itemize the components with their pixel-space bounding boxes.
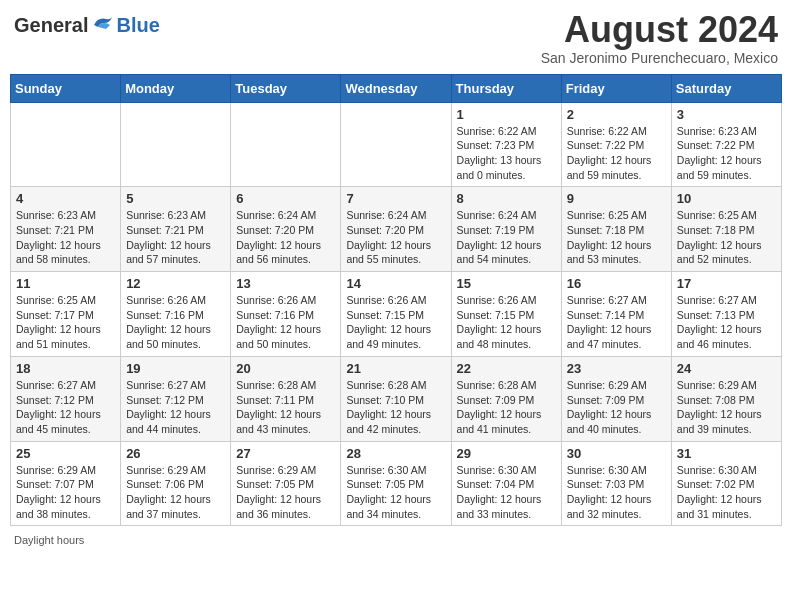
day-number: 16 xyxy=(567,276,666,291)
calendar-day-30: 30Sunrise: 6:30 AMSunset: 7:03 PMDayligh… xyxy=(561,441,671,526)
day-info: Sunrise: 6:30 AMSunset: 7:03 PMDaylight:… xyxy=(567,463,666,522)
day-info: Sunrise: 6:25 AMSunset: 7:18 PMDaylight:… xyxy=(567,208,666,267)
calendar-day-25: 25Sunrise: 6:29 AMSunset: 7:07 PMDayligh… xyxy=(11,441,121,526)
day-info: Sunrise: 6:28 AMSunset: 7:09 PMDaylight:… xyxy=(457,378,556,437)
calendar-day-2: 2Sunrise: 6:22 AMSunset: 7:22 PMDaylight… xyxy=(561,102,671,187)
day-number: 17 xyxy=(677,276,776,291)
month-year-title: August 2024 xyxy=(541,10,778,50)
day-number: 10 xyxy=(677,191,776,206)
day-info: Sunrise: 6:23 AMSunset: 7:21 PMDaylight:… xyxy=(16,208,115,267)
calendar-header-thursday: Thursday xyxy=(451,74,561,102)
day-info: Sunrise: 6:27 AMSunset: 7:12 PMDaylight:… xyxy=(126,378,225,437)
day-number: 21 xyxy=(346,361,445,376)
day-number: 25 xyxy=(16,446,115,461)
calendar-day-11: 11Sunrise: 6:25 AMSunset: 7:17 PMDayligh… xyxy=(11,272,121,357)
calendar-day-1: 1Sunrise: 6:22 AMSunset: 7:23 PMDaylight… xyxy=(451,102,561,187)
day-number: 23 xyxy=(567,361,666,376)
calendar-day-28: 28Sunrise: 6:30 AMSunset: 7:05 PMDayligh… xyxy=(341,441,451,526)
calendar-header-sunday: Sunday xyxy=(11,74,121,102)
day-info: Sunrise: 6:29 AMSunset: 7:07 PMDaylight:… xyxy=(16,463,115,522)
day-info: Sunrise: 6:22 AMSunset: 7:22 PMDaylight:… xyxy=(567,124,666,183)
day-number: 7 xyxy=(346,191,445,206)
day-info: Sunrise: 6:25 AMSunset: 7:17 PMDaylight:… xyxy=(16,293,115,352)
day-number: 4 xyxy=(16,191,115,206)
day-info: Sunrise: 6:30 AMSunset: 7:05 PMDaylight:… xyxy=(346,463,445,522)
title-area: August 2024 San Jeronimo Purenchecuaro, … xyxy=(541,10,778,66)
day-number: 5 xyxy=(126,191,225,206)
calendar-day-14: 14Sunrise: 6:26 AMSunset: 7:15 PMDayligh… xyxy=(341,272,451,357)
day-info: Sunrise: 6:26 AMSunset: 7:16 PMDaylight:… xyxy=(236,293,335,352)
day-info: Sunrise: 6:29 AMSunset: 7:05 PMDaylight:… xyxy=(236,463,335,522)
logo-general-text: General xyxy=(14,14,88,37)
calendar-day-23: 23Sunrise: 6:29 AMSunset: 7:09 PMDayligh… xyxy=(561,356,671,441)
calendar-empty-cell xyxy=(121,102,231,187)
day-info: Sunrise: 6:26 AMSunset: 7:16 PMDaylight:… xyxy=(126,293,225,352)
calendar-week-3: 11Sunrise: 6:25 AMSunset: 7:17 PMDayligh… xyxy=(11,272,782,357)
calendar-day-24: 24Sunrise: 6:29 AMSunset: 7:08 PMDayligh… xyxy=(671,356,781,441)
day-info: Sunrise: 6:27 AMSunset: 7:13 PMDaylight:… xyxy=(677,293,776,352)
calendar-day-6: 6Sunrise: 6:24 AMSunset: 7:20 PMDaylight… xyxy=(231,187,341,272)
logo-bird-icon xyxy=(92,15,114,37)
calendar-header-monday: Monday xyxy=(121,74,231,102)
day-number: 15 xyxy=(457,276,556,291)
logo-blue-text: Blue xyxy=(116,14,159,37)
day-info: Sunrise: 6:28 AMSunset: 7:10 PMDaylight:… xyxy=(346,378,445,437)
calendar-week-5: 25Sunrise: 6:29 AMSunset: 7:07 PMDayligh… xyxy=(11,441,782,526)
day-number: 31 xyxy=(677,446,776,461)
calendar-empty-cell xyxy=(341,102,451,187)
calendar-day-17: 17Sunrise: 6:27 AMSunset: 7:13 PMDayligh… xyxy=(671,272,781,357)
calendar-day-9: 9Sunrise: 6:25 AMSunset: 7:18 PMDaylight… xyxy=(561,187,671,272)
day-number: 8 xyxy=(457,191,556,206)
calendar-day-5: 5Sunrise: 6:23 AMSunset: 7:21 PMDaylight… xyxy=(121,187,231,272)
day-number: 12 xyxy=(126,276,225,291)
calendar-week-1: 1Sunrise: 6:22 AMSunset: 7:23 PMDaylight… xyxy=(11,102,782,187)
calendar-header-row: SundayMondayTuesdayWednesdayThursdayFrid… xyxy=(11,74,782,102)
day-info: Sunrise: 6:30 AMSunset: 7:04 PMDaylight:… xyxy=(457,463,556,522)
day-number: 22 xyxy=(457,361,556,376)
calendar-empty-cell xyxy=(231,102,341,187)
calendar-header-friday: Friday xyxy=(561,74,671,102)
calendar-day-12: 12Sunrise: 6:26 AMSunset: 7:16 PMDayligh… xyxy=(121,272,231,357)
footer-note: Daylight hours xyxy=(10,534,782,546)
day-info: Sunrise: 6:26 AMSunset: 7:15 PMDaylight:… xyxy=(346,293,445,352)
day-number: 2 xyxy=(567,107,666,122)
calendar-day-10: 10Sunrise: 6:25 AMSunset: 7:18 PMDayligh… xyxy=(671,187,781,272)
day-number: 18 xyxy=(16,361,115,376)
calendar-day-15: 15Sunrise: 6:26 AMSunset: 7:15 PMDayligh… xyxy=(451,272,561,357)
day-number: 13 xyxy=(236,276,335,291)
day-info: Sunrise: 6:24 AMSunset: 7:20 PMDaylight:… xyxy=(236,208,335,267)
day-info: Sunrise: 6:25 AMSunset: 7:18 PMDaylight:… xyxy=(677,208,776,267)
day-number: 19 xyxy=(126,361,225,376)
day-number: 3 xyxy=(677,107,776,122)
day-number: 20 xyxy=(236,361,335,376)
calendar-day-3: 3Sunrise: 6:23 AMSunset: 7:22 PMDaylight… xyxy=(671,102,781,187)
calendar-day-29: 29Sunrise: 6:30 AMSunset: 7:04 PMDayligh… xyxy=(451,441,561,526)
calendar-day-21: 21Sunrise: 6:28 AMSunset: 7:10 PMDayligh… xyxy=(341,356,451,441)
day-number: 26 xyxy=(126,446,225,461)
calendar-week-2: 4Sunrise: 6:23 AMSunset: 7:21 PMDaylight… xyxy=(11,187,782,272)
calendar-table: SundayMondayTuesdayWednesdayThursdayFrid… xyxy=(10,74,782,527)
calendar-day-27: 27Sunrise: 6:29 AMSunset: 7:05 PMDayligh… xyxy=(231,441,341,526)
logo: General Blue xyxy=(14,10,160,37)
day-number: 14 xyxy=(346,276,445,291)
calendar-header-tuesday: Tuesday xyxy=(231,74,341,102)
day-number: 30 xyxy=(567,446,666,461)
day-info: Sunrise: 6:29 AMSunset: 7:08 PMDaylight:… xyxy=(677,378,776,437)
day-info: Sunrise: 6:26 AMSunset: 7:15 PMDaylight:… xyxy=(457,293,556,352)
calendar-day-18: 18Sunrise: 6:27 AMSunset: 7:12 PMDayligh… xyxy=(11,356,121,441)
day-number: 11 xyxy=(16,276,115,291)
day-info: Sunrise: 6:23 AMSunset: 7:22 PMDaylight:… xyxy=(677,124,776,183)
day-info: Sunrise: 6:27 AMSunset: 7:12 PMDaylight:… xyxy=(16,378,115,437)
page-header: General Blue August 2024 San Jeronimo Pu… xyxy=(10,10,782,66)
calendar-day-16: 16Sunrise: 6:27 AMSunset: 7:14 PMDayligh… xyxy=(561,272,671,357)
calendar-day-31: 31Sunrise: 6:30 AMSunset: 7:02 PMDayligh… xyxy=(671,441,781,526)
day-info: Sunrise: 6:24 AMSunset: 7:20 PMDaylight:… xyxy=(346,208,445,267)
day-info: Sunrise: 6:23 AMSunset: 7:21 PMDaylight:… xyxy=(126,208,225,267)
calendar-header-saturday: Saturday xyxy=(671,74,781,102)
day-info: Sunrise: 6:24 AMSunset: 7:19 PMDaylight:… xyxy=(457,208,556,267)
day-info: Sunrise: 6:30 AMSunset: 7:02 PMDaylight:… xyxy=(677,463,776,522)
day-info: Sunrise: 6:29 AMSunset: 7:06 PMDaylight:… xyxy=(126,463,225,522)
day-number: 1 xyxy=(457,107,556,122)
calendar-week-4: 18Sunrise: 6:27 AMSunset: 7:12 PMDayligh… xyxy=(11,356,782,441)
location-subtitle: San Jeronimo Purenchecuaro, Mexico xyxy=(541,50,778,66)
